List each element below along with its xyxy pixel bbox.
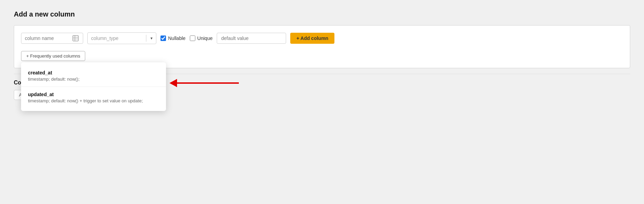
unique-group: Unique xyxy=(190,35,213,41)
updated-at-name: updated_at xyxy=(28,92,159,97)
add-column-panel: column_type ▾ Nullable Unique + Add colu… xyxy=(14,25,630,68)
dropdown-item-updated-at[interactable]: updated_at timestamp; default: now() + t… xyxy=(21,87,166,108)
column-type-select[interactable]: column_type ▾ xyxy=(87,32,156,44)
add-column-button[interactable]: + Add column xyxy=(290,33,334,44)
svg-rect-0 xyxy=(73,35,78,41)
table-icon xyxy=(72,35,79,41)
column-form-row: column_type ▾ Nullable Unique + Add colu… xyxy=(21,32,623,44)
frequently-used-button[interactable]: + Frequently used columns xyxy=(21,51,85,61)
column-name-input[interactable] xyxy=(25,35,70,41)
default-value-input[interactable] xyxy=(217,33,286,44)
nullable-group: Nullable xyxy=(160,35,186,41)
dropdown-item-created-at[interactable]: created_at timestamp; default: now(); xyxy=(21,65,166,87)
created-at-desc: timestamp; default: now(); xyxy=(28,76,159,82)
chevron-down-icon: ▾ xyxy=(150,36,153,41)
page-title: Add a new column xyxy=(14,10,630,18)
column-type-text: column_type xyxy=(91,35,142,41)
column-name-wrapper xyxy=(21,33,83,44)
nullable-label[interactable]: Nullable xyxy=(168,35,186,41)
unique-label[interactable]: Unique xyxy=(197,35,213,41)
type-divider xyxy=(146,35,146,42)
created-at-name: created_at xyxy=(28,70,159,75)
frequently-used-dropdown: created_at timestamp; default: now(); up… xyxy=(21,62,166,111)
frequently-used-wrapper: + Frequently used columns created_at tim… xyxy=(21,50,623,61)
nullable-checkbox[interactable] xyxy=(160,35,166,41)
unique-checkbox[interactable] xyxy=(190,35,195,41)
updated-at-desc: timestamp; default: now() + trigger to s… xyxy=(28,98,159,103)
